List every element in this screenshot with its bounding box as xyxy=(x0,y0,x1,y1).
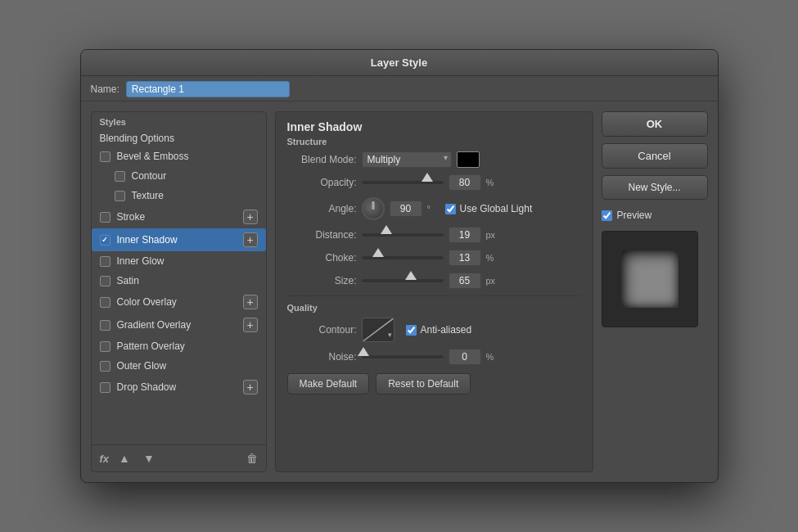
preview-checkbox[interactable] xyxy=(602,210,612,221)
noise-input[interactable] xyxy=(449,349,481,365)
inner-shadow-add-btn[interactable]: + xyxy=(243,232,258,247)
left-list: Blending Options Bevel & Emboss Contour … xyxy=(92,130,266,444)
distance-input[interactable] xyxy=(449,227,481,243)
opacity-label: Opacity: xyxy=(287,177,357,188)
cancel-button[interactable]: Cancel xyxy=(602,143,708,169)
distance-slider[interactable] xyxy=(362,228,444,242)
sidebar-item-inner-glow[interactable]: Inner Glow xyxy=(92,251,266,271)
blend-mode-row: Blend Mode: Multiply Normal Screen Overl… xyxy=(287,151,581,168)
inner-glow-checkbox[interactable] xyxy=(100,256,110,267)
preview-box xyxy=(602,231,698,327)
outer-glow-checkbox[interactable] xyxy=(100,361,110,372)
name-label: Name: xyxy=(91,83,119,95)
contour-checkbox[interactable] xyxy=(115,171,125,182)
inner-shadow-checkbox[interactable] xyxy=(100,235,110,246)
contour-selector[interactable] xyxy=(362,318,394,342)
anti-alias-checkbox[interactable] xyxy=(406,325,417,336)
bevel-label: Bevel & Emboss xyxy=(117,151,189,162)
anti-alias-text: Anti-aliased xyxy=(421,324,472,336)
delete-effect-btn[interactable]: 🗑 xyxy=(246,452,258,465)
blend-color-swatch[interactable] xyxy=(457,151,480,168)
gradient-overlay-checkbox[interactable] xyxy=(100,320,110,331)
gradient-overlay-add-btn[interactable]: + xyxy=(243,318,258,332)
choke-input[interactable] xyxy=(449,250,481,266)
make-default-btn[interactable]: Make Default xyxy=(287,373,370,394)
sidebar-item-inner-shadow[interactable]: Inner Shadow + xyxy=(92,228,266,251)
color-overlay-checkbox[interactable] xyxy=(100,297,110,308)
angle-knob[interactable] xyxy=(362,197,385,220)
size-slider[interactable] xyxy=(362,273,444,288)
blend-mode-label: Blend Mode: xyxy=(287,154,357,165)
opacity-slider[interactable] xyxy=(362,175,444,190)
contour-preview[interactable] xyxy=(362,318,394,342)
fx-label: fx xyxy=(100,453,110,465)
opacity-input[interactable] xyxy=(449,174,481,191)
move-down-btn[interactable]: ▼ xyxy=(140,450,158,467)
color-overlay-add-btn[interactable]: + xyxy=(243,295,258,309)
satin-checkbox[interactable] xyxy=(100,276,110,286)
size-unit: px xyxy=(486,276,499,286)
noise-row: Noise: % xyxy=(287,349,581,365)
name-input[interactable] xyxy=(126,81,290,97)
inner-glow-label: Inner Glow xyxy=(117,255,165,267)
global-light-label: Use Global Light xyxy=(460,203,533,214)
ok-button[interactable]: OK xyxy=(602,111,708,137)
sidebar-item-stroke[interactable]: Stroke + xyxy=(92,205,266,228)
sidebar-item-contour[interactable]: Contour xyxy=(92,166,266,186)
outer-glow-label: Outer Glow xyxy=(117,360,167,372)
quality-label: Quality xyxy=(287,303,581,313)
styles-label: Styles xyxy=(92,112,266,130)
global-light-checkbox-label[interactable]: Use Global Light xyxy=(445,203,533,214)
blending-options-label: Blending Options xyxy=(100,133,174,144)
distance-unit: px xyxy=(486,230,499,240)
size-label: Size: xyxy=(287,275,357,286)
stroke-add-btn[interactable]: + xyxy=(243,210,258,224)
blend-mode-select[interactable]: Multiply Normal Screen Overlay xyxy=(362,151,452,168)
sidebar-item-satin[interactable]: Satin xyxy=(92,271,266,291)
sidebar-item-drop-shadow[interactable]: Drop Shadow + xyxy=(92,376,266,399)
choke-row: Choke: % xyxy=(287,250,581,266)
preview-label: Preview xyxy=(617,210,652,221)
layer-style-dialog: Layer Style Name: Styles Blending Option… xyxy=(80,49,719,483)
new-style-button[interactable]: New Style... xyxy=(602,175,708,200)
global-light-checkbox[interactable] xyxy=(445,204,456,214)
noise-slider[interactable] xyxy=(362,349,444,364)
stroke-label: Stroke xyxy=(117,211,146,223)
pattern-overlay-label: Pattern Overlay xyxy=(117,340,185,352)
move-up-btn[interactable]: ▲ xyxy=(115,450,133,467)
inner-shadow-label: Inner Shadow xyxy=(117,234,178,246)
angle-row: Angle: ° Use Global Light xyxy=(287,197,581,220)
angle-label: Angle: xyxy=(287,203,357,214)
drop-shadow-checkbox[interactable] xyxy=(100,382,110,393)
sidebar-item-texture[interactable]: Texture xyxy=(92,186,266,205)
main-panel: Inner Shadow Structure Blend Mode: Multi… xyxy=(275,111,593,472)
stroke-checkbox[interactable] xyxy=(100,212,110,223)
size-input[interactable] xyxy=(449,273,481,289)
structure-label: Structure xyxy=(287,137,581,147)
reset-to-default-btn[interactable]: Reset to Default xyxy=(376,373,471,394)
choke-slider[interactable] xyxy=(362,250,444,265)
angle-input[interactable] xyxy=(390,201,422,217)
distance-row: Distance: px xyxy=(287,227,581,243)
blending-options-item[interactable]: Blending Options xyxy=(92,130,266,147)
contour-label: Contour xyxy=(132,170,167,182)
left-toolbar: fx ▲ ▼ 🗑 xyxy=(92,444,266,471)
sidebar-item-outer-glow[interactable]: Outer Glow xyxy=(92,356,266,376)
drop-shadow-add-btn[interactable]: + xyxy=(243,380,258,394)
anti-alias-label[interactable]: Anti-aliased xyxy=(406,324,472,336)
contour-row: Contour: Anti-aliased xyxy=(287,318,581,342)
opacity-unit: % xyxy=(486,178,499,187)
sidebar-item-gradient-overlay[interactable]: Gradient Overlay + xyxy=(92,313,266,336)
sidebar-item-pattern-overlay[interactable]: Pattern Overlay xyxy=(92,336,266,356)
bevel-checkbox[interactable] xyxy=(100,151,110,162)
action-buttons: Make Default Reset to Default xyxy=(287,373,581,394)
angle-unit: ° xyxy=(427,204,440,214)
pattern-overlay-checkbox[interactable] xyxy=(100,341,110,352)
content-box: Inner Shadow Structure Blend Mode: Multi… xyxy=(275,111,593,472)
contour-label: Contour: xyxy=(287,324,357,336)
sidebar-item-bevel[interactable]: Bevel & Emboss xyxy=(92,147,266,166)
size-row: Size: px xyxy=(287,273,581,289)
preview-thumbnail xyxy=(621,250,679,308)
texture-checkbox[interactable] xyxy=(115,191,125,201)
sidebar-item-color-overlay[interactable]: Color Overlay + xyxy=(92,291,266,313)
